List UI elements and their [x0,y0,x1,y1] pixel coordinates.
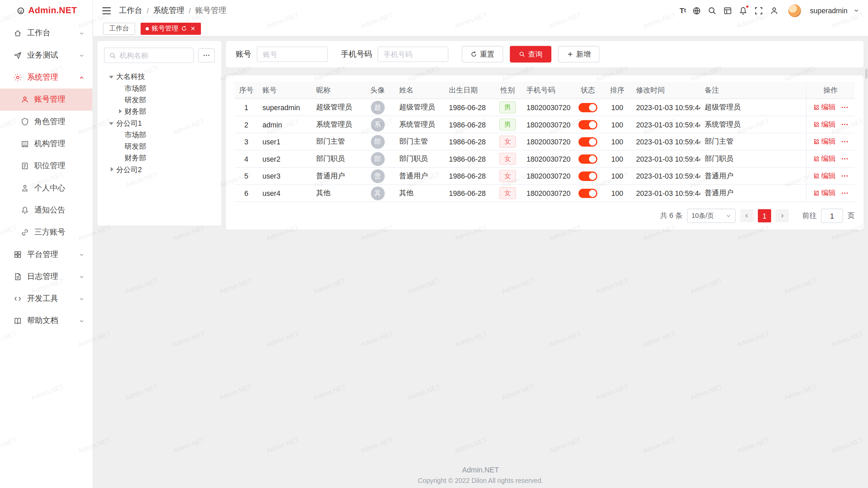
tab-account-management[interactable]: 账号管理 [141,22,201,35]
sidebar-item-help-docs[interactable]: 帮助文档 [0,310,93,332]
bell-icon [20,206,29,215]
layout-config-icon[interactable] [723,6,732,15]
tree-node[interactable]: 财务部 [104,106,215,117]
avatar: 部 [371,152,384,166]
next-page-button[interactable] [775,209,789,222]
cell-gender: 女 [493,153,522,165]
sidebar-item-dev-tools[interactable]: 开发工具 [0,288,93,310]
status-toggle[interactable] [578,171,597,181]
edit-button[interactable]: 编辑 [813,137,836,146]
sidebar-item-logs[interactable]: 日志管理 [0,266,93,288]
sidebar-item-third-party-account[interactable]: 三方账号 [0,221,93,243]
status-toggle[interactable] [578,137,597,146]
row-more-button[interactable] [841,155,848,163]
reset-button[interactable]: 重置 [462,46,503,63]
sidebar-item-role-management[interactable]: 角色管理 [0,111,93,133]
tree-caret-icon[interactable] [117,143,123,150]
sidebar-item-system[interactable]: 系统管理 [0,66,93,88]
main-area: 工作台 / 系统管理 / 账号管理 Tt [93,0,868,488]
org-search-input[interactable] [120,51,189,59]
phone-input[interactable] [377,46,448,62]
tree-caret-icon[interactable] [117,108,123,115]
edit-button[interactable]: 编辑 [813,188,836,198]
bell-icon[interactable] [738,6,748,15]
chevron-down-icon[interactable] [854,8,859,13]
org-search-box[interactable] [104,47,194,63]
tree-caret-icon[interactable] [108,120,115,126]
row-more-button[interactable] [841,103,848,111]
fullscreen-icon[interactable] [754,6,764,15]
tree-caret-icon[interactable] [108,166,115,173]
breadcrumb-item-workbench[interactable]: 工作台 [119,5,142,15]
sidebar-item-account-management[interactable]: 账号管理 [0,88,93,110]
cell-status [573,188,603,198]
tree-node[interactable]: 分公司1 [104,117,215,129]
tree-caret-icon[interactable] [117,97,123,103]
account-input[interactable] [257,46,328,62]
cell-nickname: 超级管理员 [312,102,360,112]
sidebar-item-workbench[interactable]: 工作台 [0,22,93,44]
cell-account: admin [258,120,312,128]
menu-collapse-icon[interactable] [102,6,111,15]
tab-workbench[interactable]: 工作台 [103,22,135,35]
edit-button[interactable]: 编辑 [813,120,836,129]
tree-node[interactable]: 分公司2 [104,164,215,175]
org-tree: 大名科技 市场部 研发部 财务部 分公司1 市场部 研发部 财务部 分公司2 [104,71,215,176]
tree-node[interactable]: 大名科技 [104,71,215,82]
avatar[interactable] [788,4,801,17]
status-toggle[interactable] [578,188,597,198]
status-toggle[interactable] [578,154,597,164]
total-count: 共 6 条 [660,211,683,221]
tree-node[interactable]: 市场部 [104,129,215,140]
chevron-down-icon [79,273,85,280]
status-toggle[interactable] [578,103,597,112]
sidebar-item-position-management[interactable]: 职位管理 [0,155,93,177]
tree-caret-icon[interactable] [108,73,115,80]
cell-actions: 编辑 [806,168,855,184]
edit-button[interactable]: 编辑 [813,102,836,112]
tabs-bar: 工作台 账号管理 [93,21,868,37]
row-more-button[interactable] [841,189,848,197]
tree-node[interactable]: 研发部 [104,141,215,152]
close-icon[interactable] [190,25,196,32]
user-icon[interactable] [769,6,779,15]
tree-node[interactable]: 研发部 [104,94,215,106]
logo[interactable]: Admin.NET [0,0,93,21]
row-more-button[interactable] [841,172,848,180]
org-more-button[interactable] [198,48,215,62]
sidebar-item-business-test[interactable]: 业务测试 [0,44,93,66]
sidebar-item-platform[interactable]: 平台管理 [0,243,93,265]
search-icon[interactable] [708,6,717,15]
row-more-button[interactable] [841,138,848,146]
status-toggle[interactable] [578,120,597,129]
app-root: Admin.NET 工作台 业务测试 系统管理 账号管理 [0,0,868,488]
cell-nickname: 部门主管 [312,137,360,146]
tree-caret-icon[interactable] [117,131,123,138]
gender-badge: 男 [499,101,516,114]
breadcrumb-item-system[interactable]: 系统管理 [153,5,184,15]
cell-sort: 100 [603,138,632,146]
avatar: 其 [371,186,384,200]
username[interactable]: superadmin [810,6,848,15]
tree-caret-icon[interactable] [117,155,123,161]
search-button[interactable]: 查询 [510,46,551,63]
prev-page-button[interactable] [740,209,753,222]
col-header: 操作 [806,82,855,99]
language-icon[interactable] [692,6,702,15]
sidebar-item-org-management[interactable]: 机构管理 [0,133,93,155]
page-size-select[interactable]: 10条/页 [687,209,736,223]
scrollbar-thumb[interactable] [865,68,868,78]
add-button[interactable]: 新增 [558,46,599,63]
refresh-icon[interactable] [181,25,187,32]
tree-node[interactable]: 财务部 [104,152,215,164]
tree-node[interactable]: 市场部 [104,82,215,94]
font-size-icon[interactable]: Tt [680,6,686,15]
edit-button[interactable]: 编辑 [813,171,836,181]
tree-caret-icon[interactable] [117,85,123,92]
edit-button[interactable]: 编辑 [813,154,836,164]
sidebar-item-notice[interactable]: 通知公告 [0,199,93,221]
page-number-button[interactable]: 1 [758,209,771,222]
goto-page-input[interactable] [821,209,843,223]
sidebar-item-profile-center[interactable]: 个人中心 [0,177,93,199]
row-more-button[interactable] [841,121,848,128]
